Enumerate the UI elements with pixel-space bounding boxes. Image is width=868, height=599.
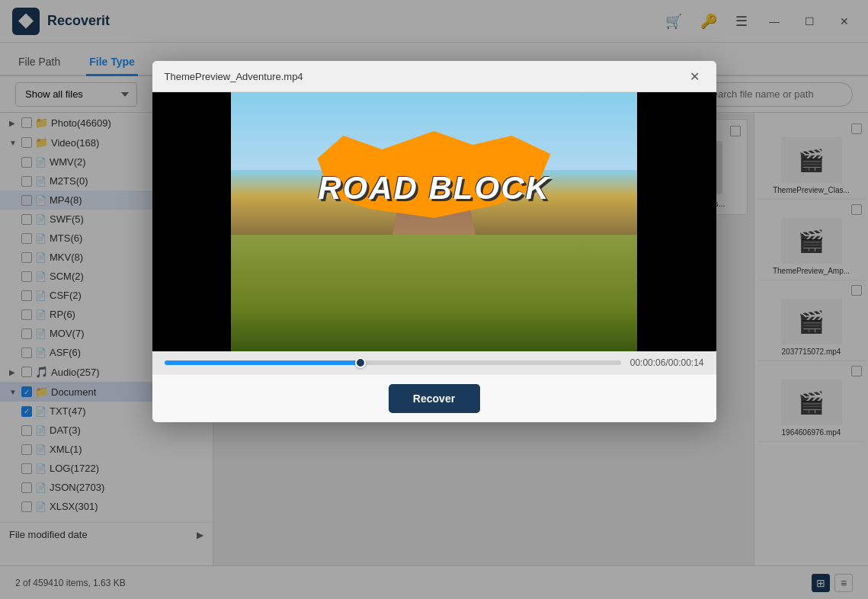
- video-black-left: [152, 92, 232, 351]
- modal-footer: Recover: [152, 374, 716, 422]
- modal-overlay: ThemePreview_Adventure.mp4 ✕ ROAD BLOCK: [0, 0, 868, 599]
- preview-modal: ThemePreview_Adventure.mp4 ✕ ROAD BLOCK: [152, 61, 716, 422]
- modal-close-button[interactable]: ✕: [686, 67, 704, 85]
- video-progress-fill: [165, 360, 361, 365]
- modal-title: ThemePreview_Adventure.mp4: [165, 71, 303, 82]
- video-preview-area: ROAD BLOCK: [152, 92, 716, 351]
- video-scene-bg: [231, 92, 637, 351]
- video-progress-bar[interactable]: [165, 360, 621, 365]
- video-progress-thumb[interactable]: [355, 357, 366, 368]
- modal-titlebar: ThemePreview_Adventure.mp4 ✕: [152, 61, 716, 92]
- video-black-right: [637, 92, 716, 351]
- video-controls: 00:00:06/00:00:14: [152, 351, 716, 374]
- road-block-title: ROAD BLOCK: [318, 170, 550, 207]
- modal-recover-button[interactable]: Recover: [389, 384, 480, 413]
- ground-bg: [231, 235, 637, 351]
- video-time: 00:00:06/00:00:14: [630, 357, 704, 368]
